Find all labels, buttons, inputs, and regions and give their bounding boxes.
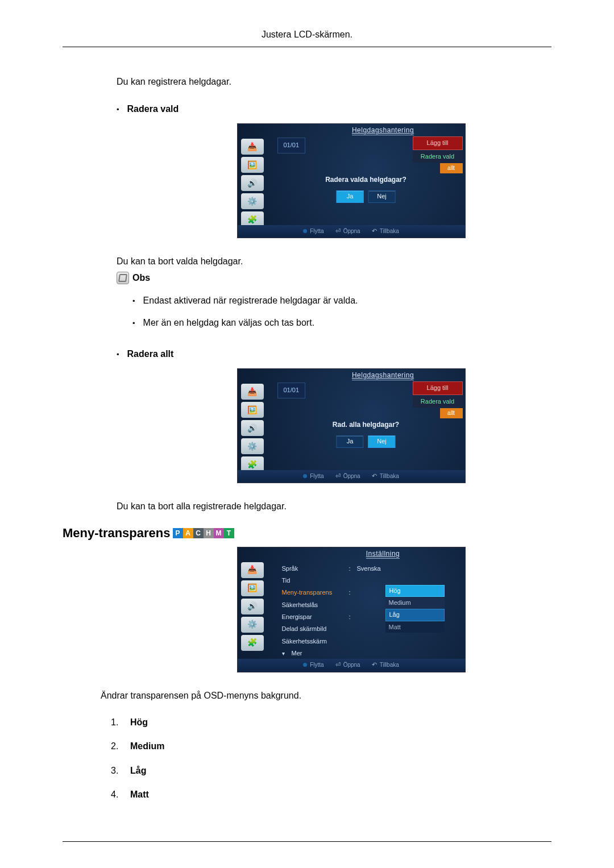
osd-tab-picture-icon: 🖼️ [241,402,264,418]
note-text: Mer än en helgdag kan väljas och tas bor… [143,317,315,329]
option-number: 1. [111,716,121,729]
mode-a-icon: A [183,528,193,538]
osd-screenshot-radera-allt: Helgdagshantering 📥 🖼️ 🔊 ⚙️ 🧩 01/01 Lägg… [151,368,551,483]
osd-title: Inställning [343,549,423,559]
osd-tab-setup-icon: ⚙️ [241,438,264,454]
move-indicator-icon [303,474,307,478]
note-label: Obs [132,272,150,284]
bullet-radera-vald: • Radera vald [117,103,551,117]
page-header: Justera LCD-skärmen. [63,28,551,47]
option-label: Låg [130,765,146,777]
meny-transparens-heading: Meny-transparens P A C H M T [63,525,551,542]
option-numbered-list: 1.Hög 2.Medium 3.Låg 4.Matt [111,716,551,801]
bullet-dot-icon: • [132,294,135,309]
osd-yes-button[interactable]: Ja [337,435,364,447]
osd-tab-picture-icon: 🖼️ [241,157,264,173]
osd-panel: Helgdagshantering 📥 🖼️ 🔊 ⚙️ 🧩 01/01 Lägg… [237,123,466,238]
setting-key: Tid [282,576,345,585]
osd-setting-sakerhetsskarm[interactable]: Säkerhetsskärm [282,637,460,646]
return-icon: ↶ [372,661,377,669]
osd-button-row: Ja Nej [333,435,399,447]
note-item: • Endast aktiverad när registrerade helg… [132,294,551,309]
osd-footer-move: Flytta [303,472,323,480]
osd-screenshot-meny-transparens: Inställning 📥 🖼️ 🔊 ⚙️ 🧩 Språk : Svenska [151,547,551,672]
osd-footer-back: ↶Tillbaka [372,472,399,480]
osd-tab-sound-icon: 🔊 [241,420,264,436]
osd-tab-input-icon: 📥 [241,139,264,155]
option-item: 4.Matt [111,788,551,801]
option-item: 2.Medium [111,740,551,753]
osd-option-hog[interactable]: Hög [385,585,445,597]
setting-value: Svenska [357,564,381,573]
osd-tab-sound-icon: 🔊 [241,175,264,191]
return-icon: ↶ [372,227,377,235]
osd-tab-input-icon: 📥 [241,562,264,578]
osd-action-add[interactable]: Lägg till [413,381,463,394]
osd-actions: Lägg till Radera vald allt [413,381,463,418]
osd-sidebar: 📥 🖼️ 🔊 ⚙️ 🧩 [238,560,267,672]
setting-key: Delad skärmbild [282,625,345,633]
option-number: 2. [111,740,121,753]
osd-sidebar: 📥 🖼️ 🔊 ⚙️ 🧩 [238,136,267,238]
radera-vald-label: Radera vald [127,103,179,115]
osd-action-delete[interactable]: Radera vald [413,396,463,408]
meny-transparens-intro: Ändrar transparensen på OSD-menyns bakgr… [101,690,551,702]
osd-main: 01/01 Lägg till Radera vald allt Radera … [267,136,465,238]
enter-icon: ⏎ [335,227,341,235]
option-item: 3.Låg [111,765,551,777]
osd-option-medium[interactable]: Medium [385,597,445,608]
osd-footer-back: ↶Tillbaka [372,227,399,235]
setting-key: Säkerhetslås [282,601,345,609]
option-label: Matt [130,788,149,801]
osd-action-highlight[interactable]: allt [440,163,463,173]
osd-action-delete[interactable]: Radera vald [413,151,463,163]
setting-key: Språk [282,564,345,573]
osd-tab-picture-icon: 🖼️ [241,580,264,596]
osd-button-row: Ja Nej [325,190,406,202]
mode-m-icon: M [214,528,224,538]
mode-c-icon: C [193,528,204,538]
bullet-dot-icon: • [132,317,135,331]
osd-setting-mer[interactable]: ▾ Mer [282,649,460,658]
content: Du kan registrera helgdagar. • Radera va… [63,76,551,801]
osd-tab-input-icon: 📥 [241,384,264,400]
option-number: 3. [111,765,121,777]
osd-actions: Lägg till Radera vald allt [413,136,463,173]
colon: : [349,564,352,573]
osd-action-add[interactable]: Lägg till [413,136,463,149]
osd-footer-open: ⏎Öppna [335,227,360,235]
osd-sidebar: 📥 🖼️ 🔊 ⚙️ 🧩 [238,381,267,483]
meny-transparens-heading-text: Meny-transparens [63,525,171,542]
intro-register: Du kan registrera helgdagar. [117,76,551,88]
colon: : [349,588,352,597]
osd-yes-button[interactable]: Ja [337,190,364,202]
osd-date-value: 01/01 [277,138,306,153]
bullet-dot-icon: • [117,103,119,117]
bullet-dot-icon: • [117,348,119,362]
osd-tab-sound-icon: 🔊 [241,599,264,614]
colon: : [349,613,352,621]
osd-option-lag[interactable]: Låg [385,609,445,621]
osd-footer: Flytta ⏎Öppna ↶Tillbaka [238,225,465,238]
radera-vald-after-text: Du kan ta bort valda helgdagar. [117,255,551,268]
option-number: 4. [111,788,121,801]
enter-icon: ⏎ [335,661,341,669]
osd-setting-tid[interactable]: Tid [282,576,460,585]
osd-no-button[interactable]: Nej [368,190,396,202]
osd-title: Helgdagshantering [343,371,423,380]
move-indicator-icon [303,229,307,233]
osd-main: 01/01 Lägg till Radera vald allt Rad. al… [267,381,465,483]
osd-setting-sprak[interactable]: Språk : Svenska [282,564,460,573]
osd-main: Språk : Svenska Tid Meny-transparens : [267,560,465,672]
osd-no-button[interactable]: Nej [368,435,396,447]
bullet-radera-allt: • Radera allt [117,348,551,362]
mode-h-icon: H [204,528,214,538]
radera-allt-after-text: Du kan ta bort alla registrerade helgdag… [117,500,551,513]
note-list: • Endast aktiverad när registrerade helg… [132,294,551,330]
osd-tab-setup-icon: ⚙️ [241,617,264,633]
osd-option-matt[interactable]: Matt [385,622,445,633]
move-indicator-icon [303,663,307,667]
osd-panel: Inställning 📥 🖼️ 🔊 ⚙️ 🧩 Språk : Svenska [237,547,466,672]
osd-action-highlight[interactable]: allt [440,408,463,418]
osd-date-value: 01/01 [277,383,306,398]
